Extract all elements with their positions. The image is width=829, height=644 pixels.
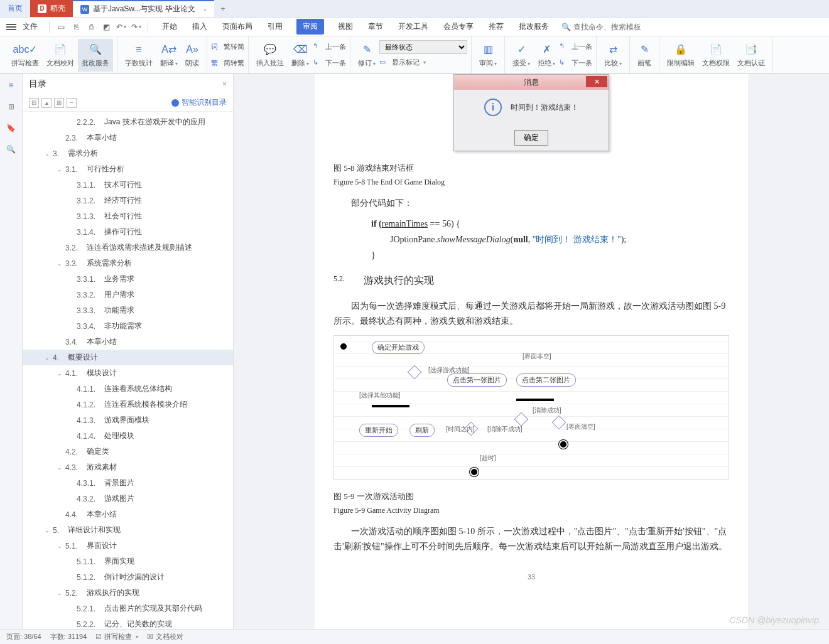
- tab-options-icon[interactable]: ▫: [204, 5, 207, 14]
- toc-item[interactable]: 3.4.本章小结: [23, 334, 233, 350]
- translate-button[interactable]: A⇄翻译▾: [156, 39, 182, 72]
- reject-icon: ✗: [539, 43, 553, 56]
- prev-change-button[interactable]: ↰上一条: [559, 40, 592, 55]
- toc-item[interactable]: 4.4.本章小结: [23, 507, 233, 522]
- preview-icon[interactable]: ◩: [100, 21, 112, 33]
- toc-item[interactable]: 3.3.3.功能需求: [23, 303, 233, 318]
- tab-recommend[interactable]: 推荐: [487, 19, 505, 35]
- toc-item[interactable]: 4.2.确定类: [23, 444, 233, 459]
- tab-vip[interactable]: 会员专享: [442, 19, 475, 35]
- toc-item[interactable]: 3.2.连连看游戏需求描述及规则描述: [23, 240, 233, 255]
- smart-toc-button[interactable]: 智能识别目录: [171, 97, 227, 108]
- expand-icon[interactable]: ⊞: [54, 98, 64, 108]
- spellcheck-status[interactable]: ☑ 拼写检查▾: [95, 632, 138, 641]
- tab-dev[interactable]: 开发工具: [397, 19, 430, 35]
- toc-item[interactable]: 3.3.1.业务需求: [23, 271, 233, 287]
- correction-button[interactable]: 🔍批改服务: [78, 39, 113, 72]
- cert-button[interactable]: 📑文档认证: [734, 39, 769, 72]
- toc-item[interactable]: ⌄5.1.界面设计: [23, 538, 233, 554]
- toc-item[interactable]: ⌄4.1.模块设计: [23, 365, 233, 381]
- tab-chapter[interactable]: 章节: [367, 19, 384, 35]
- display-mode-select[interactable]: 最终状态: [379, 40, 467, 54]
- toc-item[interactable]: 4.1.4.处理模块: [23, 428, 233, 444]
- toc-item[interactable]: 4.3.1.背景图片: [23, 475, 233, 491]
- up-icon[interactable]: ▴: [41, 98, 51, 108]
- accept-button[interactable]: ✓接受▾: [509, 39, 534, 72]
- toc-item[interactable]: 2.2.2.Java 技术在游戏开发中的应用: [23, 114, 233, 130]
- tab-daoke[interactable]: D稻壳: [30, 0, 73, 17]
- toc-item[interactable]: 2.3.本章小结: [23, 130, 233, 146]
- trad-to-simp-button[interactable]: 词繁转简: [211, 40, 244, 55]
- tab-layout[interactable]: 页面布局: [221, 19, 254, 35]
- simp-to-trad-button[interactable]: 繁简转繁: [211, 56, 244, 71]
- toc-item[interactable]: 3.1.4.操作可行性: [23, 224, 233, 240]
- show-markup-button[interactable]: ▭显示标记▾: [379, 55, 467, 70]
- track-changes-button[interactable]: ✎修订▾: [354, 39, 379, 72]
- minus-icon[interactable]: −: [67, 98, 77, 108]
- bookmark-pane-icon[interactable]: 🔖: [5, 122, 18, 134]
- toc-item[interactable]: ⌄4.3.游戏素材: [23, 459, 233, 475]
- prev-comment-button[interactable]: ↰上一条: [313, 40, 346, 55]
- wordcount-button[interactable]: ≡字数统计: [121, 39, 156, 72]
- toc-item[interactable]: ⌄5.详细设计和实现: [23, 522, 233, 538]
- open-icon[interactable]: ⎘: [70, 21, 82, 33]
- tab-home[interactable]: 首页: [0, 0, 30, 17]
- compare-button[interactable]: ⇄比较▾: [600, 39, 626, 72]
- toc-item[interactable]: ⌄3.3.系统需求分析: [23, 255, 233, 271]
- command-search[interactable]: 🔍: [561, 23, 661, 31]
- delete-comment-button[interactable]: ⌫删除▾: [288, 39, 313, 72]
- tab-correct[interactable]: 批改服务: [517, 19, 550, 35]
- toc-item[interactable]: 4.3.2.游戏图片: [23, 491, 233, 507]
- toc-item[interactable]: ⌄3.需求分析: [23, 146, 233, 161]
- spellcheck-button[interactable]: abc✓拼写检查: [8, 39, 43, 72]
- toc-item[interactable]: ⌄3.1.可行性分析: [23, 161, 233, 177]
- hamburger-icon[interactable]: [6, 24, 16, 30]
- reject-button[interactable]: ✗拒绝▾: [534, 39, 559, 72]
- find-pane-icon[interactable]: 🔍: [5, 143, 18, 156]
- toc-item[interactable]: 5.2.1.点击图片的实现及其部分代码: [23, 601, 233, 616]
- redo-icon[interactable]: ↷▾: [130, 21, 143, 33]
- toc-item[interactable]: 4.1.1.连连看系统总体结构: [23, 381, 233, 397]
- toc-item[interactable]: 3.1.3.社会可行性: [23, 208, 233, 224]
- next-change-button[interactable]: ↳下一条: [559, 56, 592, 71]
- print-icon[interactable]: ⎙: [85, 21, 97, 33]
- toc-item[interactable]: 3.1.2.经济可行性: [23, 193, 233, 208]
- permission-button[interactable]: 📄文档权限: [698, 39, 734, 72]
- review-pane-button[interactable]: ▥审阅▾: [475, 39, 501, 72]
- proofread-button[interactable]: 📄文档校对: [43, 39, 78, 72]
- ink-button[interactable]: ✎画笔: [634, 39, 655, 72]
- page-indicator[interactable]: 页面: 38/64: [6, 632, 41, 641]
- tab-document[interactable]: W基于JavaSw...与实现 毕业论文▫: [73, 0, 214, 17]
- toc-item[interactable]: 5.2.2.记分、记关数的实现: [23, 616, 233, 630]
- restrict-button[interactable]: 🔒限制编辑: [663, 39, 698, 72]
- insert-comment-button[interactable]: 💬插入批注: [252, 39, 288, 72]
- proof-status[interactable]: ☒ 文档校对: [147, 632, 183, 641]
- tab-start[interactable]: 开始: [161, 19, 178, 35]
- readaloud-button[interactable]: A»朗读: [182, 39, 203, 72]
- new-doc-icon[interactable]: ▭: [55, 21, 67, 33]
- toc-item[interactable]: ⌄5.2.游戏执行的实现: [23, 585, 233, 601]
- collapse-icon[interactable]: ⊟: [29, 98, 39, 108]
- document-area[interactable]: 消息✕ i时间到！游戏结束！ 确定 图 5-8 游戏结束对话框 Figure 5…: [234, 74, 829, 630]
- toc-item[interactable]: 5.1.1.界面实现: [23, 554, 233, 569]
- close-panel-icon[interactable]: ×: [222, 80, 227, 89]
- search-input[interactable]: [573, 23, 661, 31]
- toc-item[interactable]: 3.3.2.用户需求: [23, 287, 233, 303]
- tab-review[interactable]: 审阅: [296, 19, 324, 35]
- tab-ref[interactable]: 引用: [266, 19, 284, 35]
- undo-icon[interactable]: ↶▾: [115, 21, 127, 33]
- next-comment-button[interactable]: ↳下一条: [313, 56, 346, 71]
- toc-item[interactable]: 5.1.2.倒计时沙漏的设计: [23, 569, 233, 585]
- toc-item[interactable]: 4.1.2.连连看系统模各模块介绍: [23, 397, 233, 412]
- tab-view[interactable]: 视图: [337, 19, 354, 35]
- toc-pane-icon[interactable]: ≡: [5, 79, 18, 92]
- nav-pane-icon[interactable]: ⊞: [5, 100, 18, 113]
- toc-item[interactable]: 3.1.1.技术可行性: [23, 177, 233, 193]
- toc-item[interactable]: 3.3.4.非功能需求: [23, 318, 233, 334]
- tab-insert[interactable]: 插入: [191, 19, 209, 35]
- word-count[interactable]: 字数: 31194: [50, 632, 87, 641]
- toc-item[interactable]: 4.1.3.游戏界面模块: [23, 412, 233, 428]
- file-menu[interactable]: 文件: [23, 21, 38, 32]
- toc-item[interactable]: ⌄4.概要设计: [23, 350, 233, 365]
- new-tab-button[interactable]: +: [214, 0, 232, 17]
